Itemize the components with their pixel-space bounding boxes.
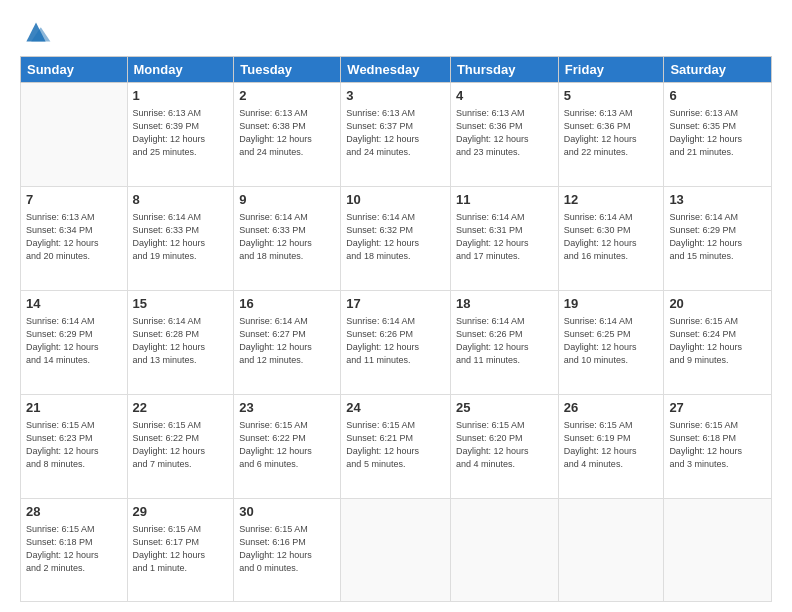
calendar-cell: 29Sunrise: 6:15 AM Sunset: 6:17 PM Dayli… (127, 498, 234, 601)
day-number: 17 (346, 295, 445, 313)
day-info: Sunrise: 6:15 AM Sunset: 6:17 PM Dayligh… (133, 523, 229, 575)
day-info: Sunrise: 6:14 AM Sunset: 6:30 PM Dayligh… (564, 211, 659, 263)
day-number: 25 (456, 399, 553, 417)
day-info: Sunrise: 6:15 AM Sunset: 6:19 PM Dayligh… (564, 419, 659, 471)
day-info: Sunrise: 6:13 AM Sunset: 6:38 PM Dayligh… (239, 107, 335, 159)
week-row-3: 21Sunrise: 6:15 AM Sunset: 6:23 PM Dayli… (21, 394, 772, 498)
day-info: Sunrise: 6:14 AM Sunset: 6:28 PM Dayligh… (133, 315, 229, 367)
day-number: 12 (564, 191, 659, 209)
weekday-header-friday: Friday (558, 57, 664, 83)
calendar-cell: 20Sunrise: 6:15 AM Sunset: 6:24 PM Dayli… (664, 290, 772, 394)
day-number: 30 (239, 503, 335, 521)
week-row-2: 14Sunrise: 6:14 AM Sunset: 6:29 PM Dayli… (21, 290, 772, 394)
calendar-cell: 27Sunrise: 6:15 AM Sunset: 6:18 PM Dayli… (664, 394, 772, 498)
day-info: Sunrise: 6:15 AM Sunset: 6:22 PM Dayligh… (239, 419, 335, 471)
day-number: 18 (456, 295, 553, 313)
header (20, 16, 772, 48)
day-info: Sunrise: 6:15 AM Sunset: 6:18 PM Dayligh… (26, 523, 122, 575)
day-info: Sunrise: 6:15 AM Sunset: 6:21 PM Dayligh… (346, 419, 445, 471)
logo (20, 16, 56, 48)
day-number: 1 (133, 87, 229, 105)
calendar-cell: 8Sunrise: 6:14 AM Sunset: 6:33 PM Daylig… (127, 186, 234, 290)
day-info: Sunrise: 6:15 AM Sunset: 6:23 PM Dayligh… (26, 419, 122, 471)
page: SundayMondayTuesdayWednesdayThursdayFrid… (0, 0, 792, 612)
calendar-cell: 19Sunrise: 6:14 AM Sunset: 6:25 PM Dayli… (558, 290, 664, 394)
day-info: Sunrise: 6:14 AM Sunset: 6:31 PM Dayligh… (456, 211, 553, 263)
calendar-cell (341, 498, 451, 601)
calendar-cell: 25Sunrise: 6:15 AM Sunset: 6:20 PM Dayli… (450, 394, 558, 498)
week-row-4: 28Sunrise: 6:15 AM Sunset: 6:18 PM Dayli… (21, 498, 772, 601)
day-info: Sunrise: 6:14 AM Sunset: 6:33 PM Dayligh… (133, 211, 229, 263)
day-number: 24 (346, 399, 445, 417)
day-info: Sunrise: 6:14 AM Sunset: 6:32 PM Dayligh… (346, 211, 445, 263)
day-info: Sunrise: 6:13 AM Sunset: 6:36 PM Dayligh… (564, 107, 659, 159)
day-info: Sunrise: 6:13 AM Sunset: 6:34 PM Dayligh… (26, 211, 122, 263)
calendar-cell: 14Sunrise: 6:14 AM Sunset: 6:29 PM Dayli… (21, 290, 128, 394)
weekday-header-tuesday: Tuesday (234, 57, 341, 83)
day-info: Sunrise: 6:15 AM Sunset: 6:18 PM Dayligh… (669, 419, 766, 471)
day-number: 29 (133, 503, 229, 521)
day-number: 23 (239, 399, 335, 417)
calendar-cell: 9Sunrise: 6:14 AM Sunset: 6:33 PM Daylig… (234, 186, 341, 290)
day-number: 5 (564, 87, 659, 105)
calendar-cell: 13Sunrise: 6:14 AM Sunset: 6:29 PM Dayli… (664, 186, 772, 290)
day-info: Sunrise: 6:13 AM Sunset: 6:39 PM Dayligh… (133, 107, 229, 159)
week-row-1: 7Sunrise: 6:13 AM Sunset: 6:34 PM Daylig… (21, 186, 772, 290)
day-number: 2 (239, 87, 335, 105)
day-number: 8 (133, 191, 229, 209)
day-number: 7 (26, 191, 122, 209)
day-info: Sunrise: 6:13 AM Sunset: 6:35 PM Dayligh… (669, 107, 766, 159)
calendar-cell: 24Sunrise: 6:15 AM Sunset: 6:21 PM Dayli… (341, 394, 451, 498)
day-number: 11 (456, 191, 553, 209)
day-number: 19 (564, 295, 659, 313)
day-number: 4 (456, 87, 553, 105)
day-info: Sunrise: 6:15 AM Sunset: 6:20 PM Dayligh… (456, 419, 553, 471)
day-number: 6 (669, 87, 766, 105)
calendar-cell (664, 498, 772, 601)
calendar-cell: 26Sunrise: 6:15 AM Sunset: 6:19 PM Dayli… (558, 394, 664, 498)
calendar-cell: 15Sunrise: 6:14 AM Sunset: 6:28 PM Dayli… (127, 290, 234, 394)
calendar-cell: 17Sunrise: 6:14 AM Sunset: 6:26 PM Dayli… (341, 290, 451, 394)
day-number: 14 (26, 295, 122, 313)
weekday-header-thursday: Thursday (450, 57, 558, 83)
day-info: Sunrise: 6:15 AM Sunset: 6:22 PM Dayligh… (133, 419, 229, 471)
calendar-cell: 3Sunrise: 6:13 AM Sunset: 6:37 PM Daylig… (341, 83, 451, 187)
weekday-header-sunday: Sunday (21, 57, 128, 83)
weekday-header-monday: Monday (127, 57, 234, 83)
day-info: Sunrise: 6:13 AM Sunset: 6:37 PM Dayligh… (346, 107, 445, 159)
day-number: 16 (239, 295, 335, 313)
calendar-cell (558, 498, 664, 601)
day-info: Sunrise: 6:14 AM Sunset: 6:29 PM Dayligh… (26, 315, 122, 367)
day-number: 22 (133, 399, 229, 417)
day-number: 28 (26, 503, 122, 521)
day-info: Sunrise: 6:14 AM Sunset: 6:25 PM Dayligh… (564, 315, 659, 367)
logo-icon (20, 16, 52, 48)
weekday-header-row: SundayMondayTuesdayWednesdayThursdayFrid… (21, 57, 772, 83)
calendar: SundayMondayTuesdayWednesdayThursdayFrid… (20, 56, 772, 602)
day-info: Sunrise: 6:15 AM Sunset: 6:16 PM Dayligh… (239, 523, 335, 575)
calendar-cell: 18Sunrise: 6:14 AM Sunset: 6:26 PM Dayli… (450, 290, 558, 394)
calendar-cell: 21Sunrise: 6:15 AM Sunset: 6:23 PM Dayli… (21, 394, 128, 498)
calendar-cell: 4Sunrise: 6:13 AM Sunset: 6:36 PM Daylig… (450, 83, 558, 187)
day-number: 15 (133, 295, 229, 313)
calendar-cell: 22Sunrise: 6:15 AM Sunset: 6:22 PM Dayli… (127, 394, 234, 498)
day-info: Sunrise: 6:14 AM Sunset: 6:33 PM Dayligh… (239, 211, 335, 263)
day-number: 13 (669, 191, 766, 209)
day-number: 20 (669, 295, 766, 313)
day-info: Sunrise: 6:14 AM Sunset: 6:27 PM Dayligh… (239, 315, 335, 367)
day-number: 21 (26, 399, 122, 417)
day-number: 10 (346, 191, 445, 209)
calendar-cell: 28Sunrise: 6:15 AM Sunset: 6:18 PM Dayli… (21, 498, 128, 601)
day-number: 26 (564, 399, 659, 417)
calendar-cell: 1Sunrise: 6:13 AM Sunset: 6:39 PM Daylig… (127, 83, 234, 187)
day-info: Sunrise: 6:14 AM Sunset: 6:26 PM Dayligh… (346, 315, 445, 367)
day-info: Sunrise: 6:14 AM Sunset: 6:29 PM Dayligh… (669, 211, 766, 263)
day-number: 27 (669, 399, 766, 417)
day-number: 9 (239, 191, 335, 209)
calendar-cell: 11Sunrise: 6:14 AM Sunset: 6:31 PM Dayli… (450, 186, 558, 290)
calendar-cell: 7Sunrise: 6:13 AM Sunset: 6:34 PM Daylig… (21, 186, 128, 290)
calendar-cell: 16Sunrise: 6:14 AM Sunset: 6:27 PM Dayli… (234, 290, 341, 394)
calendar-cell: 2Sunrise: 6:13 AM Sunset: 6:38 PM Daylig… (234, 83, 341, 187)
calendar-cell: 12Sunrise: 6:14 AM Sunset: 6:30 PM Dayli… (558, 186, 664, 290)
calendar-cell: 6Sunrise: 6:13 AM Sunset: 6:35 PM Daylig… (664, 83, 772, 187)
